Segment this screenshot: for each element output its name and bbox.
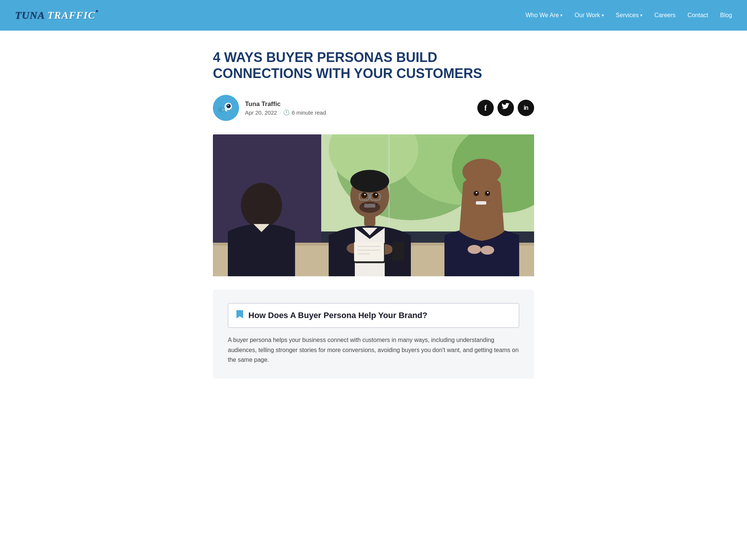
- svg-rect-41: [476, 201, 486, 205]
- svg-point-27: [361, 192, 367, 198]
- svg-point-43: [481, 246, 494, 255]
- share-twitter-button[interactable]: [498, 100, 514, 116]
- nav-label-contact: Contact: [688, 12, 708, 19]
- author-details: Tuna Traffic Apr 20, 2022 · 🕐 6 minute r…: [245, 100, 326, 116]
- svg-point-29: [364, 194, 366, 195]
- svg-point-40: [487, 192, 489, 193]
- author-avatar: [213, 95, 239, 121]
- share-linkedin-button[interactable]: in: [518, 100, 534, 116]
- svg-rect-45: [354, 242, 384, 261]
- nav-item-our-work[interactable]: Our Work ▾: [574, 12, 604, 19]
- nav-item-contact[interactable]: Contact: [688, 12, 708, 19]
- article-title: 4 WAYS BUYER PERSONAS BUILD CONNECTIONS …: [213, 49, 534, 81]
- main-content: 4 WAYS BUYER PERSONAS BUILD CONNECTIONS …: [0, 31, 747, 397]
- site-logo[interactable]: Tuna Traffic·: [15, 9, 99, 21]
- meeting-illustration-svg: [213, 134, 534, 276]
- logo-dot: ·: [95, 4, 99, 18]
- svg-point-42: [468, 245, 481, 254]
- chevron-down-icon-services: ▾: [640, 13, 642, 18]
- nav-label-who-we-are: Who We Are: [526, 12, 559, 19]
- author-row: Tuna Traffic Apr 20, 2022 · 🕐 6 minute r…: [213, 95, 534, 121]
- share-facebook-button[interactable]: f: [477, 100, 494, 116]
- twitter-icon: [502, 103, 510, 113]
- nav-item-careers[interactable]: Careers: [654, 12, 676, 19]
- author-name: Tuna Traffic: [245, 100, 326, 108]
- author-date: Apr 20, 2022: [245, 109, 277, 116]
- summary-heading: How Does A Buyer Persona Help Your Brand…: [248, 311, 427, 320]
- meeting-scene-illustration: [213, 134, 534, 276]
- svg-point-39: [476, 192, 477, 193]
- chevron-down-icon-our-work: ▾: [602, 13, 604, 18]
- site-header: Tuna Traffic· Who We Are ▾ Our Work ▾ Se…: [0, 0, 747, 31]
- meta-separator: ·: [279, 109, 281, 116]
- nav-item-who-we-are[interactable]: Who We Are ▾: [526, 12, 563, 19]
- chevron-down-icon-who-we-are: ▾: [560, 13, 562, 18]
- svg-point-31: [359, 202, 380, 213]
- svg-point-38: [485, 191, 490, 196]
- svg-point-28: [372, 192, 378, 198]
- summary-box: How Does A Buyer Persona Help Your Brand…: [213, 290, 534, 378]
- author-meta: Apr 20, 2022 · 🕐 6 minute read: [245, 109, 326, 116]
- logo-text-traffic: Traffic: [47, 9, 95, 21]
- read-time: 6 minute read: [292, 109, 326, 116]
- svg-point-37: [474, 191, 479, 196]
- nav-label-our-work: Our Work: [574, 12, 600, 19]
- summary-text: A buyer persona helps your business conn…: [228, 335, 519, 365]
- svg-point-30: [375, 194, 377, 195]
- svg-rect-49: [392, 242, 404, 261]
- nav-label-careers: Careers: [654, 12, 676, 19]
- main-nav: Who We Are ▾ Our Work ▾ Services ▾ Caree…: [526, 12, 732, 19]
- social-share-buttons: f in: [477, 100, 534, 116]
- svg-point-19: [241, 183, 282, 228]
- svg-point-22: [350, 170, 389, 192]
- svg-point-7: [218, 107, 225, 112]
- author-info-block: Tuna Traffic Apr 20, 2022 · 🕐 6 minute r…: [213, 95, 326, 121]
- nav-label-services: Services: [616, 12, 639, 19]
- svg-point-36: [462, 159, 501, 185]
- tuna-traffic-logo-icon: [215, 97, 237, 119]
- summary-heading-row: How Does A Buyer Persona Help Your Brand…: [228, 303, 519, 328]
- nav-label-blog: Blog: [720, 12, 732, 19]
- clock-icon: 🕐: [283, 109, 289, 115]
- logo-text-tuna: Tuna: [15, 9, 44, 21]
- bookmark-icon: [236, 309, 244, 321]
- nav-item-blog[interactable]: Blog: [720, 12, 732, 19]
- nav-item-services[interactable]: Services ▾: [616, 12, 642, 19]
- linkedin-icon: in: [524, 105, 528, 111]
- hero-image: [213, 134, 534, 276]
- svg-point-4: [228, 105, 229, 106]
- facebook-icon: f: [484, 104, 487, 112]
